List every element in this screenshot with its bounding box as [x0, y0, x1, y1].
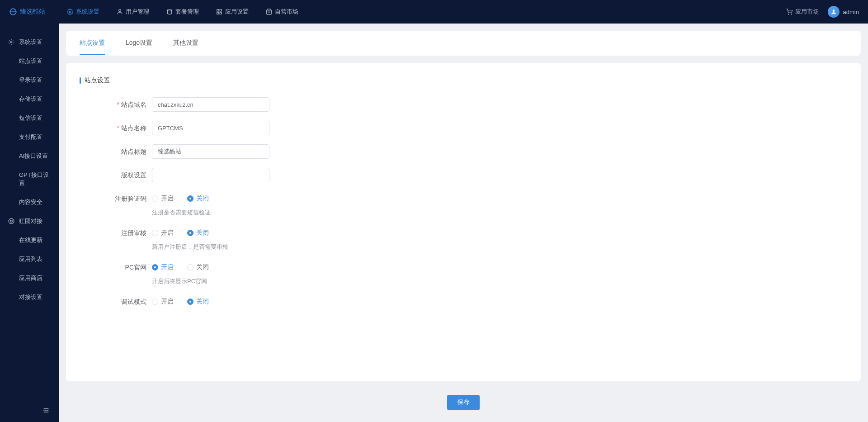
svg-rect-4	[217, 9, 219, 11]
sidebar-item-app-store[interactable]: 应用商店	[0, 269, 59, 288]
sidebar-item-login[interactable]: 登录设置	[0, 71, 59, 90]
sidebar-item-storage[interactable]: 存储设置	[0, 90, 59, 109]
svg-point-14	[10, 220, 13, 223]
footer-bar: 保存	[66, 390, 861, 415]
svg-point-2	[119, 9, 121, 12]
label-copyright: 版权设置	[80, 168, 152, 182]
sidebar-item-app-list[interactable]: 应用列表	[0, 250, 59, 269]
svg-rect-7	[220, 12, 222, 14]
sidebar-item-payment[interactable]: 支付配置	[0, 128, 59, 147]
logo-text: 臻选酷站	[20, 8, 45, 16]
sidebar-item-ai[interactable]: AI接口设置	[0, 147, 59, 166]
row-site-title: 站点标题	[80, 144, 847, 159]
user-icon	[117, 9, 123, 15]
svg-rect-6	[217, 12, 219, 14]
label-site-title: 站点标题	[80, 144, 152, 159]
tab-logo-settings[interactable]: Logo设置	[126, 31, 152, 55]
main-content: 站点设置 Logo设置 其他设置 站点设置 *站点域名 *站点名称 站点标题 版…	[59, 24, 868, 422]
sidebar-collapse-button[interactable]	[42, 407, 50, 415]
row-debug-mode: 调试模式 开启 关闭	[80, 294, 847, 309]
grid-icon	[216, 9, 222, 15]
sidebar-item-dock[interactable]: 对接设置	[0, 288, 59, 307]
label-pc-site: PC官网	[80, 260, 152, 275]
radio-pc-off[interactable]: 关闭	[187, 263, 209, 271]
radio-pc-on[interactable]: 开启	[152, 263, 174, 271]
tab-other-settings[interactable]: 其他设置	[173, 31, 198, 55]
input-site-title[interactable]	[152, 144, 269, 159]
label-debug-mode: 调试模式	[80, 294, 152, 309]
gear-icon	[67, 9, 73, 15]
username: admin	[843, 9, 859, 15]
sidebar-item-content-safety[interactable]: 内容安全	[0, 193, 59, 212]
hint-pc: 开启后将显示PC官网	[152, 277, 269, 285]
radio-captcha-off[interactable]: 关闭	[187, 194, 209, 203]
input-site-domain[interactable]	[152, 97, 269, 112]
top-header: 臻选酷站 系统设置 用户管理 套餐管理 应用设置 自营市场 应用市场	[0, 0, 868, 24]
nav-package-management[interactable]: 套餐管理	[158, 0, 207, 24]
top-right: 应用市场 admin	[786, 6, 859, 18]
nav-app-settings[interactable]: 应用设置	[208, 0, 257, 24]
tabs-card: 站点设置 Logo设置 其他设置	[66, 31, 861, 56]
top-nav: 系统设置 用户管理 套餐管理 应用设置 自营市场	[59, 0, 307, 24]
gear-icon	[8, 39, 14, 45]
sidebar-group-kt[interactable]: 狂团对接	[0, 212, 59, 231]
logo[interactable]: 臻选酷站	[9, 8, 59, 16]
form-card: 站点设置 *站点域名 *站点名称 站点标题 版权设置 注册验证码 开启 关闭	[66, 63, 861, 381]
svg-point-13	[9, 218, 14, 224]
svg-point-12	[10, 41, 12, 43]
row-pc-site: PC官网 开启 关闭 开启后将显示PC官网	[80, 260, 847, 285]
sidebar: 系统设置 站点设置 登录设置 存储设置 短信设置 支付配置 AI接口设置 GPT…	[0, 24, 59, 422]
nav-user-management[interactable]: 用户管理	[108, 0, 157, 24]
nav-self-market[interactable]: 自营市场	[258, 0, 307, 24]
svg-point-1	[69, 11, 71, 13]
row-copyright: 版权设置	[80, 168, 847, 182]
section-title: 站点设置	[80, 76, 847, 85]
sidebar-group-system[interactable]: 系统设置	[0, 33, 59, 52]
svg-rect-5	[220, 9, 222, 11]
avatar-icon	[830, 9, 837, 15]
market-link[interactable]: 应用市场	[786, 8, 819, 16]
row-register-review: 注册审核 开启 关闭 新用户注册后，是否需要审核	[80, 226, 847, 251]
sidebar-item-site[interactable]: 站点设置	[0, 52, 59, 71]
avatar	[828, 6, 840, 18]
row-site-name: *站点名称	[80, 121, 847, 135]
radio-review-on[interactable]: 开启	[152, 229, 174, 237]
svg-point-9	[788, 14, 788, 14]
logo-icon	[9, 8, 17, 16]
row-site-domain: *站点域名	[80, 97, 847, 112]
radio-captcha-on[interactable]: 开启	[152, 194, 174, 203]
user-menu[interactable]: admin	[828, 6, 859, 18]
tabs: 站点设置 Logo设置 其他设置	[66, 31, 861, 56]
sidebar-item-update[interactable]: 在线更新	[0, 231, 59, 250]
bag-icon	[266, 9, 272, 15]
nav-system-settings[interactable]: 系统设置	[59, 0, 108, 24]
svg-point-10	[791, 14, 792, 14]
label-site-domain: *站点域名	[80, 97, 152, 112]
sidebar-item-sms[interactable]: 短信设置	[0, 109, 59, 128]
input-site-name[interactable]	[152, 121, 269, 135]
hint-review: 新用户注册后，是否需要审核	[152, 243, 269, 251]
sidebar-item-gpt[interactable]: GPT接口设置	[0, 166, 59, 193]
input-copyright[interactable]	[152, 168, 269, 182]
radio-debug-on[interactable]: 开启	[152, 298, 174, 306]
hint-captcha: 注册是否需要短信验证	[152, 209, 269, 217]
svg-point-3	[167, 9, 171, 11]
svg-point-11	[832, 9, 835, 12]
link-icon	[8, 218, 14, 224]
label-site-name: *站点名称	[80, 121, 152, 135]
radio-review-off[interactable]: 关闭	[187, 229, 209, 237]
label-register-review: 注册审核	[80, 226, 152, 240]
tab-site-settings[interactable]: 站点设置	[80, 31, 105, 55]
radio-debug-off[interactable]: 关闭	[187, 298, 209, 306]
row-register-captcha: 注册验证码 开启 关闭 注册是否需要短信验证	[80, 191, 847, 217]
package-icon	[166, 9, 173, 15]
collapse-icon	[42, 407, 50, 414]
save-button[interactable]: 保存	[447, 395, 480, 410]
label-register-captcha: 注册验证码	[80, 191, 152, 206]
cart-icon	[786, 9, 793, 15]
